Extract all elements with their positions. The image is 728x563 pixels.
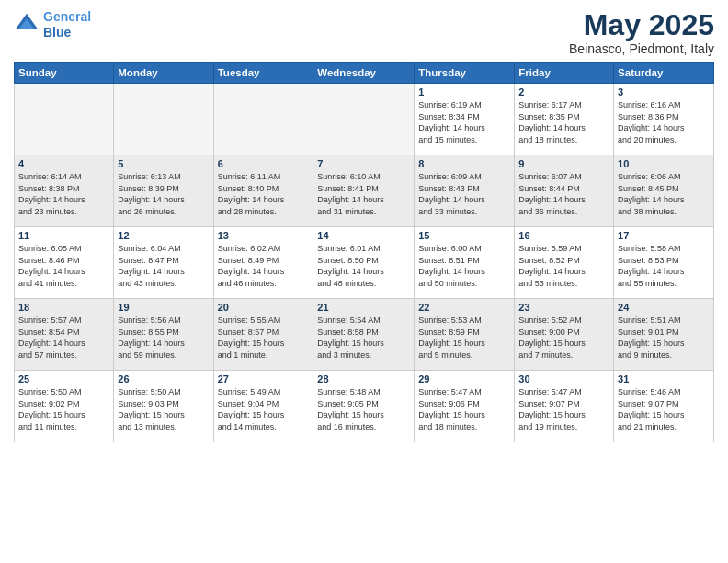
calendar-cell: 23Sunrise: 5:52 AM Sunset: 9:00 PM Dayli… — [515, 299, 614, 371]
calendar-cell: 7Sunrise: 6:10 AM Sunset: 8:41 PM Daylig… — [313, 155, 415, 227]
calendar-cell: 5Sunrise: 6:13 AM Sunset: 8:39 PM Daylig… — [114, 155, 213, 227]
day-info: Sunrise: 5:48 AM Sunset: 9:05 PM Dayligh… — [317, 386, 410, 432]
day-number: 9 — [518, 158, 609, 169]
calendar-cell: 9Sunrise: 6:07 AM Sunset: 8:44 PM Daylig… — [515, 155, 614, 227]
day-number: 21 — [317, 302, 410, 313]
day-info: Sunrise: 5:53 AM Sunset: 8:59 PM Dayligh… — [418, 315, 510, 361]
day-number: 27 — [218, 373, 310, 385]
day-number: 28 — [317, 373, 410, 385]
day-number: 31 — [618, 373, 710, 385]
calendar-week-4: 18Sunrise: 5:57 AM Sunset: 8:54 PM Dayli… — [15, 299, 714, 371]
calendar-cell: 10Sunrise: 6:06 AM Sunset: 8:45 PM Dayli… — [614, 155, 714, 227]
day-info: Sunrise: 6:09 AM Sunset: 8:43 PM Dayligh… — [418, 171, 510, 217]
calendar-cell: 21Sunrise: 5:54 AM Sunset: 8:58 PM Dayli… — [313, 299, 415, 371]
calendar-cell: 22Sunrise: 5:53 AM Sunset: 8:59 PM Dayli… — [415, 299, 515, 371]
day-number: 5 — [118, 158, 209, 169]
calendar-week-1: 1Sunrise: 6:19 AM Sunset: 8:34 PM Daylig… — [15, 84, 714, 155]
calendar-cell: 31Sunrise: 5:46 AM Sunset: 9:07 PM Dayli… — [614, 371, 714, 442]
page: General Blue May 2025 Beinasco, Piedmont… — [0, 0, 728, 563]
logo: General Blue — [14, 9, 91, 40]
calendar-cell: 16Sunrise: 5:59 AM Sunset: 8:52 PM Dayli… — [515, 227, 614, 299]
day-info: Sunrise: 6:11 AM Sunset: 8:40 PM Dayligh… — [218, 171, 310, 217]
day-number: 19 — [118, 302, 209, 313]
day-info: Sunrise: 6:04 AM Sunset: 8:47 PM Dayligh… — [118, 243, 209, 289]
weekday-header-wednesday: Wednesday — [313, 63, 415, 84]
day-number: 14 — [317, 230, 410, 241]
calendar-cell: 11Sunrise: 6:05 AM Sunset: 8:46 PM Dayli… — [15, 227, 114, 299]
calendar-cell: 17Sunrise: 5:58 AM Sunset: 8:53 PM Dayli… — [614, 227, 714, 299]
weekday-header-tuesday: Tuesday — [213, 63, 313, 84]
main-title: May 2025 — [569, 9, 714, 41]
day-info: Sunrise: 6:10 AM Sunset: 8:41 PM Dayligh… — [317, 171, 410, 217]
day-info: Sunrise: 5:47 AM Sunset: 9:07 PM Dayligh… — [518, 386, 609, 432]
calendar-cell: 14Sunrise: 6:01 AM Sunset: 8:50 PM Dayli… — [313, 227, 415, 299]
day-info: Sunrise: 5:50 AM Sunset: 9:02 PM Dayligh… — [18, 386, 109, 432]
day-number: 2 — [518, 86, 609, 98]
day-number: 8 — [418, 158, 510, 169]
calendar-table: SundayMondayTuesdayWednesdayThursdayFrid… — [14, 62, 714, 442]
day-number: 20 — [218, 302, 310, 313]
day-info: Sunrise: 5:57 AM Sunset: 8:54 PM Dayligh… — [18, 315, 109, 361]
day-info: Sunrise: 5:59 AM Sunset: 8:52 PM Dayligh… — [518, 243, 609, 289]
weekday-header-thursday: Thursday — [415, 63, 515, 84]
calendar-cell: 13Sunrise: 6:02 AM Sunset: 8:49 PM Dayli… — [213, 227, 313, 299]
day-number: 1 — [418, 86, 510, 98]
calendar-week-5: 25Sunrise: 5:50 AM Sunset: 9:02 PM Dayli… — [15, 371, 714, 442]
day-info: Sunrise: 5:47 AM Sunset: 9:06 PM Dayligh… — [418, 386, 510, 432]
day-info: Sunrise: 5:49 AM Sunset: 9:04 PM Dayligh… — [218, 386, 310, 432]
day-info: Sunrise: 6:16 AM Sunset: 8:36 PM Dayligh… — [618, 99, 710, 145]
day-info: Sunrise: 5:50 AM Sunset: 9:03 PM Dayligh… — [118, 386, 209, 432]
day-number: 18 — [18, 302, 109, 313]
day-info: Sunrise: 5:52 AM Sunset: 9:00 PM Dayligh… — [518, 315, 609, 361]
day-number: 23 — [518, 302, 609, 313]
day-number: 24 — [618, 302, 710, 313]
weekday-header-sunday: Sunday — [15, 63, 114, 84]
day-number: 13 — [218, 230, 310, 241]
calendar-cell: 6Sunrise: 6:11 AM Sunset: 8:40 PM Daylig… — [213, 155, 313, 227]
subtitle: Beinasco, Piedmont, Italy — [569, 41, 714, 56]
calendar-cell: 26Sunrise: 5:50 AM Sunset: 9:03 PM Dayli… — [114, 371, 213, 442]
weekday-header-monday: Monday — [114, 63, 213, 84]
calendar-cell — [114, 84, 213, 155]
calendar-cell: 3Sunrise: 6:16 AM Sunset: 8:36 PM Daylig… — [614, 84, 714, 155]
weekday-header-saturday: Saturday — [614, 63, 714, 84]
calendar-cell: 12Sunrise: 6:04 AM Sunset: 8:47 PM Dayli… — [114, 227, 213, 299]
weekday-header-friday: Friday — [515, 63, 614, 84]
calendar-cell: 24Sunrise: 5:51 AM Sunset: 9:01 PM Dayli… — [614, 299, 714, 371]
calendar-cell: 15Sunrise: 6:00 AM Sunset: 8:51 PM Dayli… — [415, 227, 515, 299]
calendar-week-3: 11Sunrise: 6:05 AM Sunset: 8:46 PM Dayli… — [15, 227, 714, 299]
day-number: 22 — [418, 302, 510, 313]
day-number: 3 — [618, 86, 710, 98]
day-info: Sunrise: 6:00 AM Sunset: 8:51 PM Dayligh… — [418, 243, 510, 289]
day-number: 4 — [18, 158, 109, 169]
day-info: Sunrise: 5:46 AM Sunset: 9:07 PM Dayligh… — [618, 386, 710, 432]
day-number: 25 — [18, 373, 109, 385]
day-info: Sunrise: 6:13 AM Sunset: 8:39 PM Dayligh… — [118, 171, 209, 217]
logo-text: General Blue — [43, 9, 91, 40]
day-info: Sunrise: 5:58 AM Sunset: 8:53 PM Dayligh… — [618, 243, 710, 289]
calendar-cell: 30Sunrise: 5:47 AM Sunset: 9:07 PM Dayli… — [515, 371, 614, 442]
calendar-cell: 4Sunrise: 6:14 AM Sunset: 8:38 PM Daylig… — [15, 155, 114, 227]
day-number: 30 — [518, 373, 609, 385]
calendar-cell: 27Sunrise: 5:49 AM Sunset: 9:04 PM Dayli… — [213, 371, 313, 442]
calendar-cell: 19Sunrise: 5:56 AM Sunset: 8:55 PM Dayli… — [114, 299, 213, 371]
calendar-cell: 28Sunrise: 5:48 AM Sunset: 9:05 PM Dayli… — [313, 371, 415, 442]
day-number: 11 — [18, 230, 109, 241]
day-number: 16 — [518, 230, 609, 241]
day-info: Sunrise: 5:54 AM Sunset: 8:58 PM Dayligh… — [317, 315, 410, 361]
day-info: Sunrise: 5:55 AM Sunset: 8:57 PM Dayligh… — [218, 315, 310, 361]
day-number: 10 — [618, 158, 710, 169]
header: General Blue May 2025 Beinasco, Piedmont… — [14, 9, 714, 56]
weekday-header-row: SundayMondayTuesdayWednesdayThursdayFrid… — [15, 63, 714, 84]
day-number: 12 — [118, 230, 209, 241]
day-info: Sunrise: 6:05 AM Sunset: 8:46 PM Dayligh… — [18, 243, 109, 289]
day-info: Sunrise: 5:51 AM Sunset: 9:01 PM Dayligh… — [618, 315, 710, 361]
day-info: Sunrise: 6:02 AM Sunset: 8:49 PM Dayligh… — [218, 243, 310, 289]
calendar-cell — [313, 84, 415, 155]
logo-icon — [14, 12, 40, 38]
day-info: Sunrise: 6:17 AM Sunset: 8:35 PM Dayligh… — [518, 99, 609, 145]
day-info: Sunrise: 6:19 AM Sunset: 8:34 PM Dayligh… — [418, 99, 510, 145]
day-number: 29 — [418, 373, 510, 385]
calendar-cell: 25Sunrise: 5:50 AM Sunset: 9:02 PM Dayli… — [15, 371, 114, 442]
day-info: Sunrise: 6:14 AM Sunset: 8:38 PM Dayligh… — [18, 171, 109, 217]
